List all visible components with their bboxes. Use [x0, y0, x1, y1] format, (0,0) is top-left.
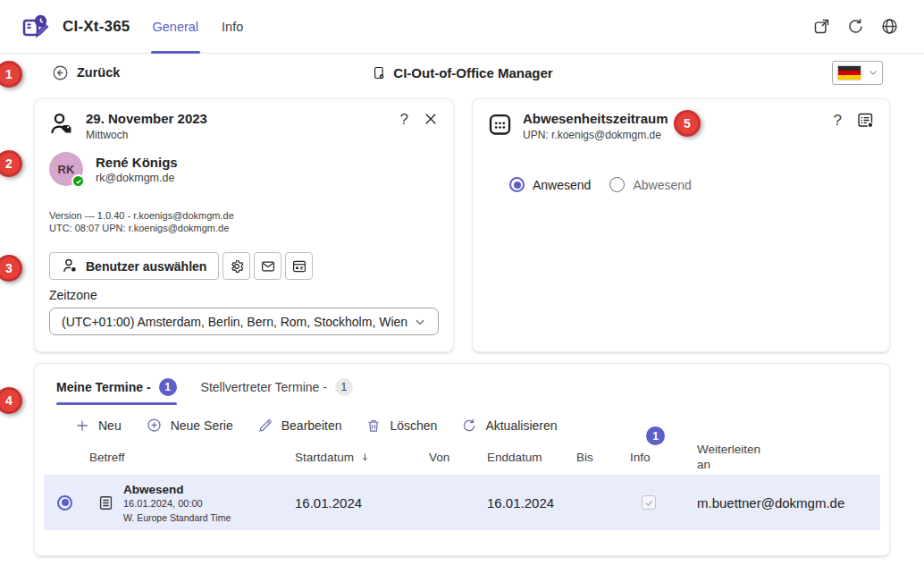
mail-icon	[260, 258, 276, 274]
timezone-value: (UTC+01:00) Amsterdam, Berlin, Bern, Rom…	[62, 315, 407, 329]
results-count-badge: 1	[646, 426, 665, 445]
circle-plus-icon	[146, 417, 163, 434]
person-select-icon	[62, 257, 79, 274]
presence-available-icon	[71, 174, 85, 188]
timezone-label: Zeitzone	[49, 288, 439, 302]
appointment-timezone: W. Europe Standard Time	[123, 512, 231, 523]
column-header-bis[interactable]: Bis	[573, 450, 626, 465]
plus-icon	[74, 418, 90, 434]
refresh-icon	[461, 418, 477, 434]
column-header-startdatum[interactable]: Startdatum	[291, 450, 425, 465]
absence-card: Abwesenheitszeitraum UPN: r.koenigs@dokm…	[472, 98, 890, 352]
row-select-radio[interactable]	[44, 495, 86, 511]
subheader: Zurück CI-Out-of-Office Manager	[0, 54, 924, 91]
task-form-icon[interactable]	[856, 111, 875, 130]
avatar-initials: RK	[58, 163, 75, 176]
tab-info-label: Info	[222, 20, 243, 34]
cell-weiterleiten-an: m.buettner@dokmgm.de	[693, 495, 880, 511]
cell-startdatum: 16.01.2024	[291, 495, 425, 511]
help-icon[interactable]: ?	[400, 112, 408, 127]
timezone-select[interactable]: (UTC+01:00) Amsterdam, Berlin, Bern, Rom…	[49, 308, 439, 335]
column-header-von[interactable]: Von	[425, 450, 483, 465]
info-checkbox[interactable]	[642, 495, 656, 510]
absence-card-actions: ?	[834, 111, 875, 130]
close-icon[interactable]	[423, 111, 439, 127]
header-tabs: General Info	[141, 0, 256, 54]
avatar: RK	[49, 152, 83, 186]
gear-icon	[229, 258, 245, 274]
sort-descending-icon	[359, 452, 371, 463]
version-info: Version --- 1.0.40 - r.koenigs@dokmgm.de…	[49, 209, 439, 234]
radio-selected-icon	[509, 177, 525, 192]
new-button[interactable]: Neu	[74, 418, 122, 434]
check-icon	[644, 498, 654, 508]
user-card-header: 29. November 2023 Mittwoch ?	[49, 111, 439, 141]
user-email: rk@dokmgm.de	[96, 172, 178, 184]
page-title: CI-Out-of-Office Manager	[371, 65, 552, 80]
appointment-title: Abwesend	[123, 483, 231, 496]
radio-unselected-icon	[609, 177, 625, 192]
edit-button[interactable]: Bearbeiten	[257, 418, 342, 434]
calendar-icon	[487, 112, 513, 137]
chevron-down-icon	[414, 316, 426, 328]
column-header-enddatum[interactable]: Enddatum	[483, 450, 573, 465]
cell-enddatum: 16.01.2024	[483, 495, 573, 511]
settings-button[interactable]	[223, 252, 250, 280]
column-header-betreff[interactable]: Betreff	[86, 450, 291, 465]
back-button[interactable]: Zurück	[52, 64, 120, 81]
pencil-icon	[257, 418, 273, 434]
refresh-list-button[interactable]: Aktualisieren	[461, 418, 557, 434]
radio-abwesend-label: Abwesend	[633, 178, 691, 192]
new-series-label: Neue Serie	[171, 418, 233, 433]
column-header-info[interactable]: Info	[626, 450, 693, 465]
startdatum-label: Startdatum	[295, 450, 354, 465]
absence-upn: UPN: r.koenigs@dokmgm.de	[523, 129, 668, 141]
back-label: Zurück	[77, 65, 120, 80]
version-line-2: UTC: 08:07 UPN: r.koenigs@dokmgm.de	[49, 222, 439, 234]
appointment-datetime: 16.01.2024, 00:00	[123, 498, 231, 509]
app-logo-icon	[21, 13, 50, 41]
globe-icon[interactable]	[878, 15, 901, 38]
column-header-weiterleiten-an[interactable]: Weiterleiten an	[693, 442, 774, 472]
radio-anwesend[interactable]: Anwesend	[509, 177, 591, 192]
notes-icon	[97, 494, 114, 511]
tab-general[interactable]: General	[141, 0, 211, 54]
refresh-icon[interactable]	[844, 15, 867, 38]
header-actions	[810, 15, 901, 38]
user-card-actions: ?	[400, 111, 439, 127]
delete-button[interactable]: Löschen	[365, 418, 437, 434]
app-title: CI-Xt-365	[63, 18, 130, 36]
table-row[interactable]: Abwesend 16.01.2024, 00:00 W. Europe Sta…	[44, 475, 880, 530]
tab-meine-termine[interactable]: Meine Termine - 1	[56, 378, 177, 405]
cards-row: 29. November 2023 Mittwoch ? RK René Kön…	[0, 91, 924, 352]
german-flag-icon	[837, 65, 861, 80]
appointments-toolbar: Neu Neue Serie Bearbeiten Löschen Aktual…	[74, 417, 889, 434]
select-user-button[interactable]: Benutzer auswählen	[49, 252, 219, 280]
contact-card-button[interactable]	[285, 252, 313, 280]
table-header: Betreff Startdatum Von Enddatum Bis Info…	[44, 439, 880, 475]
tab-info[interactable]: Info	[210, 0, 255, 54]
new-series-button[interactable]: Neue Serie	[146, 417, 233, 434]
version-line-1: Version --- 1.0.40 - r.koenigs@dokmgm.de	[49, 209, 439, 222]
radio-anwesend-label: Anwesend	[533, 178, 591, 192]
betreff-text: Abwesend 16.01.2024, 00:00 W. Europe Sta…	[123, 483, 231, 523]
open-in-new-icon[interactable]	[810, 15, 833, 38]
stellvertreter-count-badge: 1	[335, 378, 353, 396]
tab-stellvertreter-termine[interactable]: Stellvertreter Termine - 1	[201, 378, 353, 405]
user-name: René Königs	[96, 155, 178, 170]
contact-card-icon	[291, 258, 307, 274]
user-card: 29. November 2023 Mittwoch ? RK René Kön…	[34, 98, 454, 352]
user-actions-row: Benutzer auswählen	[49, 252, 439, 280]
radio-abwesend[interactable]: Abwesend	[609, 177, 691, 192]
page-title-label: CI-Out-of-Office Manager	[393, 65, 552, 80]
mail-button[interactable]	[254, 252, 281, 280]
annotation-marker-5: 5	[674, 110, 701, 137]
meine-termine-count-badge: 1	[159, 378, 177, 396]
date-subtitle: Mittwoch	[86, 129, 207, 141]
user-identity: René Königs rk@dokmgm.de	[96, 155, 178, 184]
trash-icon	[365, 418, 382, 434]
help-icon[interactable]: ?	[834, 113, 842, 128]
presence-radio-group: Anwesend Abwesend	[509, 177, 875, 192]
language-select[interactable]	[832, 61, 883, 85]
annotation-marker-4: 4	[0, 387, 22, 414]
